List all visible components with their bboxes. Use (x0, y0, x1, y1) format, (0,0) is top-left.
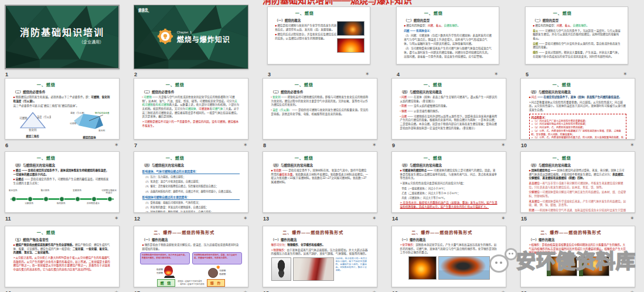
speech-bubbles-icon (489, 246, 516, 274)
text-line: ➢液体火灾危险性高低分类是按其闪点的高低分为3类： (400, 182, 498, 186)
callout-bubble-right: 可燃物在密闭空间中燃烧时，温度、压力急剧升高，热量来不及散失，则表现为爆炸。 (192, 252, 242, 264)
slide-title: 二、爆炸——燃烧的特殊形式 (520, 229, 628, 235)
slide-title: 二、爆炸——燃烧的特殊形式 (391, 229, 499, 235)
text-line: ▪爆燃 —— 以亚音速传播的爆炸。 (400, 110, 498, 114)
slide-canvas: 一、燃烧（二）燃烧的类型◆燃烧有四种类型：闪燃、着火、自燃和爆炸。闪燃 —— 有… (396, 6, 499, 64)
animation-indicator-icon: ✶ (623, 72, 628, 77)
slide-canvas: 一、燃烧（二）燃烧的类型◆燃烧有四种类型：闪燃、着火、自燃和爆炸。着火 —— 可… (525, 6, 628, 64)
timeline-label: 发酵放热 (69, 189, 85, 192)
bullet-marker: ▪ (271, 108, 272, 111)
watermark-text: 安环健资料库 (516, 246, 636, 274)
svg-text:链式反应自由基: 链式反应自由基 (95, 111, 110, 114)
slide-heading: （一）爆炸的概念 (529, 237, 627, 242)
slide-number-label: 14 (392, 216, 398, 222)
text-line: ➢火灾统计表明，火灾中死亡人数大约80%是由于吸入火灾中燃烧产生的有毒烟气而致死… (13, 256, 111, 272)
slide-number-label: 15 (521, 216, 527, 222)
slide-heading: （四）与燃烧相关的常用概念 (142, 163, 240, 168)
slide-title: 一、燃烧 (5, 155, 103, 161)
bullet-marker: ▪ (142, 96, 143, 99)
self-ignition-timeline: 氧化发热分解放热聚合放热吸附放热发酵放热活性物质遇水可燃物与强氧化剂混合 (8, 188, 117, 209)
text-line: 闪燃 —— 有两种含义： (404, 29, 492, 33)
slide-canvas: 一、燃烧（一）燃烧的概念◆燃烧是指可燃物与氧化剂产生化学作用而发生的放热反应，通… (267, 6, 370, 64)
slide-number-label: 3 (268, 72, 271, 77)
slide-canvas: 一、燃烧（三）燃烧的必要条件▪可燃物 —— 凡是能与空气中的氧或其他氧化剂起化学… (134, 78, 248, 140)
slide-heading: （一）爆炸的概念 (400, 237, 498, 242)
flame-icon (164, 266, 175, 278)
slide-title: 一、燃烧 (5, 229, 103, 235)
slide-heading: （三）燃烧的必要条件 (142, 90, 240, 94)
slide-canvas: 一、燃烧（四）与燃烧相关的常用概念▪闪燃 —— 在液体（固体）表面上能产生足够的… (391, 78, 506, 140)
bullet-marker: ◆ (404, 24, 406, 27)
slide-canvas: 一、燃烧（四）与燃烧相关的常用概念影响液体、气体可燃物自燃点的主要因素有：（1）… (134, 151, 248, 213)
slide-body: ◆燃烧有四种类型：闪燃、着火、自燃和爆炸。闪燃 —— 有两种含义：（1）闪燃：可… (404, 24, 492, 59)
timeline-label: 聚合放热 (37, 189, 53, 192)
slide-heading: （五）燃烧产物及毒害性 (13, 237, 111, 242)
photo-fire (337, 38, 364, 53)
svg-text:可燃物: 可燃物 (19, 116, 28, 120)
slide-title: 一、燃烧 (134, 82, 232, 87)
photo-accident (293, 257, 334, 281)
slide-body: ▪可燃物 —— 凡是能与空气中的氧或其他氧化剂起化学反应的物质都称为“可燃物”，… (142, 96, 240, 128)
text-line: ▪温度（引火源） —— 是指供给可燃物与氧化剂发生燃烧反应的能量来源。常见的是热… (271, 108, 369, 116)
text-line: ➢可燃物是燃烧不可缺少的一个首要条件，是燃烧的内因，没有可燃物，燃烧根本不能发生… (142, 120, 240, 128)
slide-media-photos (400, 256, 498, 280)
text-line: ▪阴燃 —— 没有火焰的缓慢燃烧的现象。 (400, 104, 498, 108)
svg-text:可燃物: 可燃物 (70, 122, 77, 125)
slide-heading: （四）与燃烧相关的常用概念 (13, 163, 111, 168)
text-line: 这三个必要条件可表示成“燃烧三角形”和“燃烧四面体”。 (13, 104, 111, 108)
text-line: ➢闪点是衡量液体火灾危险性的重要参数。闪点越低，火灾危险性越大；闪点越高，火灾危… (529, 101, 627, 113)
text-line: 蒸发燃烧—可燃固体受热升华或熔化后蒸发，产生可燃气体并发生的有焰燃烧，如硫、磷、… (529, 200, 627, 208)
timeline-label: 吸附放热 (53, 202, 69, 205)
text-line: 阴燃—一些固体可燃物在空气不流通、加热温度较低或含水分较高时会发生只冒烟而无火焰… (529, 209, 627, 213)
animation-indicator-icon: ✶ (243, 216, 248, 221)
text-line: ◆物质燃烧过程的发生和发展，必须具备以下三个必要条件，即：可燃物、氧化剂和温度（… (13, 96, 111, 103)
slide-heading: （四）与燃烧相关的常用概念 (400, 163, 498, 168)
timeline-node (59, 196, 64, 202)
text-line: ➢化学爆炸：因物质本身起化学反应，产生大量气体和高温高压而发生的爆炸。如炸药的爆… (400, 243, 498, 255)
slide-sorter-page: 消防基础知识培训——燃烧与爆炸知识 消防基础知识培训（企业通用）1健康类PROM… (0, 0, 644, 292)
slide-number-label: 9 (392, 142, 395, 148)
animation-indicator-icon: ✶ (114, 216, 119, 221)
bullet-marker: ◆ (13, 96, 15, 99)
bullet-marker: ◆ (400, 169, 402, 172)
timeline-label: 活性物质遇水 (85, 202, 101, 205)
slide-number-label: 4 (397, 72, 400, 77)
slide-body: 爆炸可分为：物理爆炸、化学爆炸和核爆炸。➢物理爆炸：由于液体变成蒸汽或气体迅速膨… (271, 243, 369, 256)
flashpoint-significance-box: 闪点的意义：➢（1）闪点是生产厂房火灾危险性分类的重要依据；➢（2）闪点是储存物… (529, 114, 627, 140)
photo-torch (337, 21, 364, 36)
animation-indicator-icon: ✶ (365, 72, 370, 77)
slide-body: ◆燃烧有四种类型：闪燃、着火、自燃和爆炸。着火 —— 可燃物在与空气共存的条件下… (533, 24, 621, 59)
slide-title: 二、爆炸——燃烧的特殊形式 (263, 229, 370, 235)
slide-body: ◆固体的燃烧特点 —— 固体在燃烧时必须经过受热、蒸发、热分解，固体上方可燃气体… (529, 169, 627, 213)
slide-canvas: 消防基础知识培训（企业通用） (5, 5, 120, 69)
timeline-label: 可燃物与强氧化剂混合 (101, 189, 117, 195)
slide-media-photos (337, 21, 364, 55)
timeline-node (91, 196, 97, 202)
slide-title: 一、燃烧 (520, 155, 619, 161)
slide-body: ▪闪燃 —— 在液体（固体）表面上能产生足够的可燃蒸气，遇火能产生一闪即灭的火焰… (400, 96, 498, 130)
bullet-marker: ▪ (400, 96, 401, 99)
slide-heading: （四）与燃烧相关的常用概念 (400, 90, 498, 94)
text-line: （1）受热熔融：熔融后可视同液体、气体的情况； (144, 201, 240, 205)
text-line: ◆爆炸是指由于物质急剧氧化或分解反应，使温度、压力迅速增加或使两者同时急剧增加的… (142, 243, 240, 251)
bullet-marker: ◆ (271, 169, 273, 172)
slide-media-photos: 2009年，浙江省某公司一名员工坐办公椅时，椅下气压杆突然爆炸，金属碎片穿入体内… (271, 257, 369, 281)
bullet-marker: ◆ (13, 178, 15, 181)
text-line: （1）闪燃：可燃液体（包括少数具有升华性的可燃固体）表面挥发的可燃蒸气与空气混合… (404, 34, 492, 46)
animation-indicator-icon: ✶ (501, 216, 506, 221)
text-line: ➢ 在含有水分、黏度较大的重质石油产品（如原油、重油）发生火灾时，易产生沸溢和喷… (400, 201, 498, 209)
slide-number-label: 6 (5, 142, 8, 148)
text-line: 自燃 —— 是指可燃物在空气中没有外来火源的作用，靠自热或外热而发生燃烧的现象。 (533, 42, 621, 50)
timeline-node (107, 196, 113, 202)
text-line: ◆氧指数 —— 是指在规定条件下，固体材料在氮、氧混合气流中，维持平稳燃烧所需的… (271, 169, 369, 185)
text-line: （2）挥发物的数量：挥发出的可燃物越多，自燃点越低； (144, 206, 240, 209)
fire-tetrahedron-diagram: 温度（引火源）可燃物氧化剂链式反应自由基燃烧四面体 (69, 110, 110, 139)
explosion-icon: ✹ (208, 268, 218, 278)
brand-logo: 健康类PROMOTION (138, 8, 149, 13)
text-line: ◆燃烧是指可燃物与氧化剂产生化学作用而发生的放热反应，通常伴有火焰、发光和（或）… (275, 24, 338, 32)
slide-title: 一、燃烧 (391, 82, 490, 87)
slide-title: 二、爆炸——燃烧的特殊形式 (134, 229, 241, 235)
text-line: ◆固体的燃烧特点 —— 固体在燃烧时必须经过受热、蒸发、热分解，固体上方可燃气体… (529, 169, 627, 181)
slide-number-label: 12 (134, 216, 140, 222)
slide-number-label: 7 (134, 142, 137, 148)
